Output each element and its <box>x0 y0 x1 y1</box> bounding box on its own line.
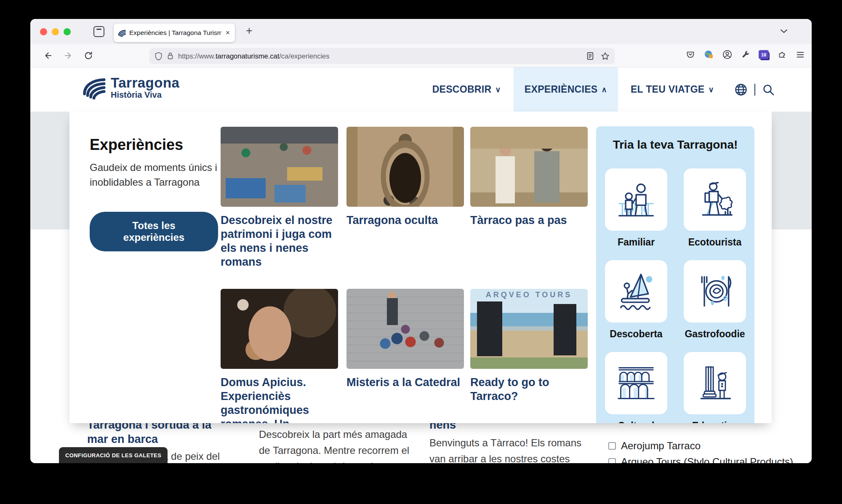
browser-window: Experiències | Tarragona Turism × + http… <box>30 19 812 463</box>
nav-item-el-teu-viatge[interactable]: EL TEU VIATGE ∨ <box>620 67 725 112</box>
chevron-down-icon: ∨ <box>495 85 501 94</box>
checkbox-arqueo-tours[interactable] <box>608 458 616 463</box>
chevron-up-icon: ∧ <box>601 85 607 94</box>
translate-extension-icon[interactable] <box>704 50 714 59</box>
cookie-settings-button[interactable]: CONFIGURACIÓ DE LES GALETES <box>59 447 168 463</box>
header-divider <box>754 84 755 96</box>
aqueduct-icon <box>616 363 656 403</box>
search-icon[interactable] <box>762 83 775 96</box>
nav-item-experiencies[interactable]: EXPERIÈNCIES ∧ <box>514 67 618 112</box>
site-header: Tarragona Història Viva DESCOBRIR ∨ EXPE… <box>30 67 812 112</box>
gastronomy-tasting-photo[interactable] <box>221 289 338 369</box>
url-bar[interactable]: https://www.tarragonaturisme.cat/ca/expe… <box>149 48 615 64</box>
tile-educativa[interactable] <box>684 352 746 414</box>
experience-card[interactable]: Misteris a la Catedral <box>346 289 464 389</box>
tile-gastrofoodie[interactable] <box>684 260 746 323</box>
roman-costume-tour-photo[interactable] <box>470 127 588 207</box>
macos-close-button[interactable] <box>40 28 47 35</box>
megamenu-subtitle: Gaudeix de moments únics i inoblidables … <box>90 160 218 190</box>
behind-paragraph-right: Benvinguts a Tàrraco! Els romans van arr… <box>429 435 583 463</box>
experiencies-mega-menu: Experiències Gaudeix de moments únics i … <box>69 112 772 423</box>
tria-la-teva-tarragona-panel: Tria la teva Tarragona! Familia <box>596 126 754 423</box>
behind-paragraph-center: Descobreix la part més amagada de Tarrag… <box>259 427 413 463</box>
children-cathedral-square-photo[interactable] <box>346 289 464 369</box>
arqueo-tours-app-phones-photo[interactable]: ARQVEO TOURS <box>470 289 588 369</box>
new-tab-button[interactable]: + <box>246 24 253 37</box>
tile-descoberta[interactable] <box>605 260 667 323</box>
tarragona-stripes-icon <box>82 76 106 99</box>
choose-panel-title: Tria la teva Tarragona! <box>596 138 754 152</box>
main-navigation: DESCOBRIR ∨ EXPERIÈNCIES ∧ EL TEU VIATGE… <box>421 67 775 112</box>
tab-favicon-tarragona-icon <box>118 29 126 37</box>
url-text[interactable]: https://www.tarragonaturisme.cat/ca/expe… <box>178 52 582 60</box>
reader-mode-icon[interactable] <box>586 52 594 60</box>
tab-title: Experiències | Tarragona Turism <box>129 29 221 37</box>
refresh-icon[interactable] <box>84 51 93 60</box>
windsurf-icon <box>616 271 656 312</box>
lock-icon[interactable] <box>167 52 174 60</box>
megamenu-title: Experiències <box>90 136 218 154</box>
tarragona-logo[interactable]: Tarragona Història Viva <box>82 75 179 100</box>
back-icon[interactable] <box>43 51 52 60</box>
column-student-icon <box>695 363 735 403</box>
browser-tab[interactable]: Experiències | Tarragona Turism × <box>114 24 235 42</box>
hiker-icon <box>695 179 735 220</box>
macos-zoom-button[interactable] <box>64 28 71 35</box>
experience-card[interactable]: Descobreix el nostre patrimoni i juga co… <box>221 127 338 269</box>
all-experiences-button[interactable]: Totes les experiències <box>90 212 218 251</box>
tile-ecotourista[interactable] <box>684 168 746 231</box>
cathedral-portal-photo[interactable] <box>346 127 464 207</box>
tab-strip: Experiències | Tarragona Turism × + <box>30 19 812 44</box>
account-icon[interactable] <box>722 50 732 59</box>
language-globe-icon[interactable] <box>734 83 748 96</box>
experience-card[interactable]: Tarragona oculta <box>346 127 464 227</box>
filter-row[interactable]: Arqueo Tours (Stylo Cultural Products) <box>608 456 802 463</box>
plate-seafood-icon <box>695 271 735 312</box>
logo-tagline: Història Viva <box>111 90 179 100</box>
stacked-tabs-extension-badge[interactable]: 18 <box>759 50 769 59</box>
photo-caption: ARQVEO TOURS <box>470 291 588 299</box>
bookmark-star-icon[interactable] <box>601 52 610 61</box>
logo-title: Tarragona <box>111 75 179 91</box>
forward-icon[interactable] <box>64 51 73 60</box>
family-icon <box>616 179 656 220</box>
filter-list: Aerojump Tarraco Arqueo Tours (Stylo Cul… <box>608 440 802 463</box>
shield-icon[interactable] <box>155 52 163 61</box>
kids-mosaic-workshop-photo[interactable] <box>221 127 338 207</box>
page-viewport: Tarragona i sortida a la mar en barca ll… <box>30 67 812 463</box>
list-all-tabs-chevron-icon[interactable] <box>780 28 788 34</box>
experience-card[interactable]: ARQVEO TOURS Ready to go to Tarraco? <box>470 289 588 403</box>
experience-card[interactable]: Domus Apicius. Experienciès gastronómiqu… <box>221 289 338 423</box>
chevron-down-icon: ∨ <box>709 85 714 94</box>
nav-item-descobrir[interactable]: DESCOBRIR ∨ <box>421 67 512 112</box>
tile-familiar[interactable] <box>605 168 667 231</box>
wrench-icon[interactable] <box>741 50 750 59</box>
macos-minimize-button[interactable] <box>52 28 59 35</box>
tile-cultural[interactable] <box>605 352 667 414</box>
extensions-puzzle-icon[interactable] <box>778 50 787 59</box>
checkbox-aerojump[interactable] <box>608 442 616 450</box>
pocket-icon[interactable] <box>686 50 695 59</box>
browser-toolbar: https://www.tarragonaturisme.cat/ca/expe… <box>30 44 812 67</box>
filter-row[interactable]: Aerojump Tarraco <box>608 440 802 452</box>
experience-card[interactable]: Tàrraco pas a pas <box>470 127 588 227</box>
firefox-view-icon[interactable] <box>93 26 104 37</box>
tab-close-icon[interactable]: × <box>225 29 231 37</box>
hamburger-menu-icon[interactable] <box>796 50 805 59</box>
